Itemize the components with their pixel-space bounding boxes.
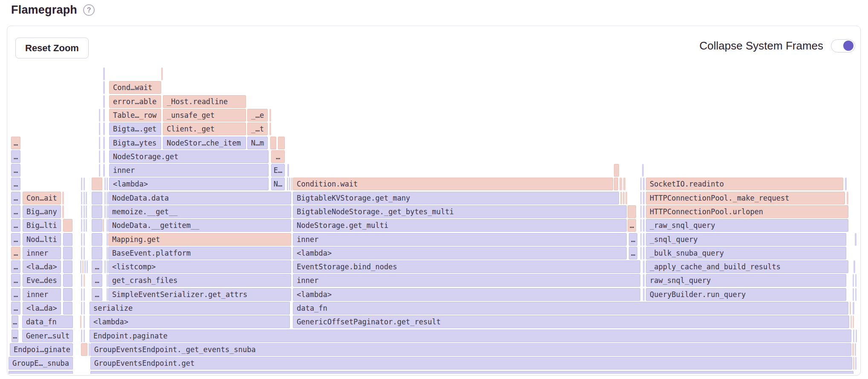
flame-frame[interactable]	[81, 219, 82, 232]
flame-frame[interactable]: NodeStorage.get	[109, 150, 269, 163]
flame-frame[interactable]	[84, 329, 85, 342]
flame-frame[interactable]	[81, 233, 82, 246]
flame-frame[interactable]	[104, 192, 106, 204]
flame-frame[interactable]	[84, 315, 85, 328]
flame-frame[interactable]: inner	[23, 288, 61, 301]
flame-frame[interactable]	[99, 164, 100, 177]
help-icon[interactable]: ?	[83, 4, 95, 16]
flame-frame[interactable]	[855, 288, 856, 301]
flame-frame[interactable]	[614, 178, 618, 190]
flame-frame[interactable]: raw_snql_query	[646, 274, 846, 287]
flame-frame[interactable]	[63, 274, 72, 287]
flame-frame[interactable]: N…m	[247, 137, 268, 149]
flame-frame[interactable]	[84, 205, 85, 218]
flame-frame[interactable]	[853, 315, 854, 328]
flame-frame[interactable]: EventStorage.bind_nodes	[293, 260, 640, 273]
flame-frame[interactable]	[84, 260, 86, 273]
flame-frame[interactable]: _…e	[247, 109, 268, 122]
flame-frame[interactable]	[81, 329, 82, 342]
flame-frame[interactable]: Nod…lti	[23, 233, 61, 246]
flame-frame[interactable]	[86, 205, 87, 218]
reset-zoom-button[interactable]: Reset Zoom	[15, 38, 89, 58]
flame-frame[interactable]: <listcomp>	[108, 260, 291, 273]
flame-frame[interactable]	[90, 371, 854, 374]
flame-frame[interactable]	[87, 260, 88, 273]
flame-frame[interactable]	[103, 109, 105, 122]
flame-frame[interactable]	[107, 205, 108, 218]
flame-frame[interactable]	[855, 274, 856, 287]
flame-frame[interactable]	[854, 260, 855, 273]
flame-frame[interactable]	[640, 205, 642, 218]
flame-frame[interactable]: _unsafe_get	[163, 109, 246, 122]
flame-frame[interactable]: error…able	[109, 95, 161, 108]
flame-frame[interactable]	[291, 178, 292, 190]
flame-frame[interactable]: inner	[23, 247, 61, 259]
flame-frame[interactable]: Gener…sult	[22, 329, 73, 342]
flame-frame[interactable]	[86, 192, 87, 204]
flame-frame[interactable]: _bulk_snuba_query	[646, 247, 846, 259]
flame-frame[interactable]	[643, 205, 645, 218]
flame-frame[interactable]	[289, 178, 290, 190]
flame-frame[interactable]: NodeData.data	[108, 192, 291, 204]
flame-frame[interactable]	[81, 178, 82, 190]
flame-frame[interactable]: Condition.wait	[293, 178, 613, 190]
flame-frame[interactable]	[99, 137, 100, 149]
flame-frame[interactable]	[107, 274, 108, 287]
flame-frame[interactable]	[81, 274, 82, 287]
flame-frame[interactable]: Big…any	[23, 205, 61, 218]
flame-frame[interactable]	[643, 233, 645, 246]
flame-frame[interactable]	[643, 247, 645, 259]
flame-frame[interactable]	[63, 247, 72, 259]
flame-frame[interactable]	[81, 192, 82, 204]
flame-frame[interactable]: Big…lti	[23, 219, 61, 232]
flame-frame[interactable]	[287, 178, 288, 190]
flame-frame[interactable]	[92, 178, 102, 190]
flame-frame[interactable]: NodeStorage.get_multi	[293, 219, 627, 232]
flame-frame[interactable]	[84, 274, 85, 287]
flame-frame[interactable]: …	[11, 274, 20, 287]
flame-frame[interactable]	[62, 205, 64, 218]
flame-frame[interactable]: …	[628, 219, 636, 232]
flame-frame[interactable]	[856, 329, 857, 342]
flame-frame[interactable]: serialize	[90, 302, 290, 315]
flame-frame[interactable]: …	[11, 192, 20, 204]
flame-frame[interactable]: Endpoint.paginate	[90, 329, 851, 342]
flame-frame[interactable]	[855, 343, 856, 356]
flame-frame[interactable]	[86, 219, 87, 232]
flame-frame[interactable]	[104, 260, 106, 273]
flame-frame[interactable]: …	[12, 329, 18, 342]
flame-frame[interactable]	[107, 178, 108, 190]
flame-frame[interactable]	[640, 219, 642, 232]
flame-frame[interactable]	[625, 192, 627, 204]
flame-frame[interactable]	[84, 178, 85, 190]
flame-frame[interactable]: inner	[293, 274, 640, 287]
flame-frame[interactable]: Client._get	[163, 122, 246, 135]
collapse-system-frames-toggle[interactable]	[831, 39, 855, 52]
flame-frame[interactable]: _raw_snql_query	[646, 219, 848, 232]
flame-frame[interactable]: get_crash_files	[108, 274, 291, 287]
flame-frame[interactable]: …	[11, 205, 20, 218]
flame-frame[interactable]	[84, 288, 85, 301]
flame-frame[interactable]	[853, 329, 854, 342]
flame-frame[interactable]	[107, 247, 108, 259]
flame-frame[interactable]: Mapping.get	[108, 233, 291, 246]
flame-frame[interactable]: SimpleEventSerializer.get_attrs	[108, 288, 291, 301]
flame-frame[interactable]: …	[11, 219, 20, 232]
flamegraph-canvas[interactable]: Cond…waiterror…able_Host.readlineTable…_…	[9, 67, 860, 374]
flame-frame[interactable]	[81, 343, 87, 356]
flame-frame[interactable]: BigtableKVStorage.get_many	[293, 192, 619, 204]
flame-frame[interactable]	[84, 219, 85, 232]
flame-frame[interactable]	[103, 219, 104, 232]
flame-frame[interactable]: <lambda>	[293, 247, 627, 259]
flame-frame[interactable]	[92, 192, 102, 204]
flame-frame[interactable]	[62, 192, 64, 204]
flame-frame[interactable]: NodeStor…che_item	[163, 137, 246, 149]
flame-frame[interactable]	[103, 81, 105, 94]
flame-frame[interactable]	[92, 247, 102, 259]
flame-frame[interactable]	[82, 260, 84, 273]
flame-frame[interactable]	[92, 233, 102, 246]
flame-frame[interactable]	[270, 137, 276, 149]
flame-frame[interactable]	[84, 233, 85, 246]
flame-frame[interactable]: Bigta…ytes	[109, 137, 161, 149]
flame-frame[interactable]	[89, 343, 90, 356]
